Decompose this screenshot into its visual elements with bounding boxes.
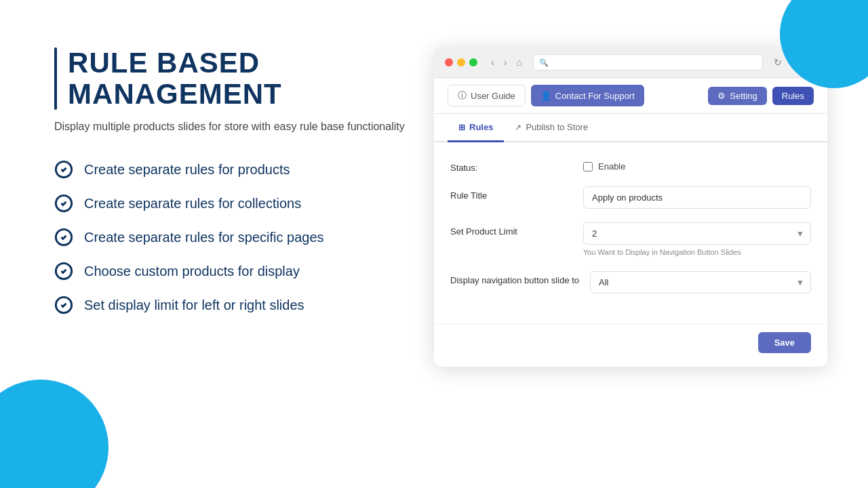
product-limit-label: Set Product Limit <box>450 222 572 237</box>
browser-chrome: ‹ › ⌂ 🔍 ↻ + ⤴ <box>434 47 827 78</box>
status-label: Status: <box>450 159 572 173</box>
nav-slide-label: Display navigation button slide to <box>450 271 579 285</box>
title-block: RULE BASED MANAGEMENT <box>54 47 407 110</box>
app-tabs: ⊞ Rules ↗ Publish to Store <box>434 114 827 142</box>
contact-icon: 👤 <box>540 91 551 101</box>
rule-title-control <box>583 186 811 209</box>
enable-checkbox-wrap: Enable <box>583 159 811 171</box>
nav-slide-select-wrap: All Left Right ▼ <box>590 271 811 293</box>
page-title: RULE BASED MANAGEMENT <box>68 47 407 110</box>
list-item: Create separate rules for products <box>54 160 407 179</box>
check-icon <box>54 262 73 281</box>
nav-forward-button[interactable]: › <box>501 56 510 69</box>
product-limit-help: You Want to Display in Navigation Button… <box>583 247 811 258</box>
check-icon <box>54 194 73 213</box>
check-icon <box>54 160 73 179</box>
app-topbar: ⓘ User Guide 👤 Contact For Support ⚙ Set… <box>434 78 827 114</box>
enable-checkbox[interactable] <box>583 162 593 171</box>
user-guide-button[interactable]: ⓘ User Guide <box>448 85 526 106</box>
rule-title-input[interactable] <box>583 186 811 209</box>
form-footer: Save <box>434 323 827 367</box>
rules-button[interactable]: Rules <box>772 87 814 105</box>
nav-slide-control: All Left Right ▼ <box>590 271 811 293</box>
status-control: Enable <box>583 159 811 171</box>
rule-title-label: Rule Title <box>450 186 572 201</box>
nav-slide-row: Display navigation button slide to All L… <box>450 271 811 293</box>
traffic-light-maximize[interactable] <box>469 58 477 66</box>
list-item: Set display limit for left or right slid… <box>54 296 407 314</box>
contact-support-button[interactable]: 👤 Contact For Support <box>531 85 644 106</box>
nav-back-button[interactable]: ‹ <box>488 56 497 69</box>
grid-icon: ⊞ <box>458 123 465 132</box>
left-panel: RULE BASED MANAGEMENT Display multiple p… <box>54 41 407 314</box>
check-icon <box>54 296 73 314</box>
enable-label[interactable]: Enable <box>598 161 625 171</box>
user-guide-icon: ⓘ <box>458 89 467 102</box>
topbar-right: ⚙ Setting Rules <box>708 87 814 105</box>
traffic-lights <box>445 58 477 66</box>
product-limit-select[interactable]: 2 3 4 5 <box>583 222 811 245</box>
tab-publish-to-store[interactable]: ↗ Publish to Store <box>504 114 599 142</box>
address-bar[interactable]: 🔍 <box>533 54 763 70</box>
product-limit-row: Set Product Limit 2 3 4 5 ▼ You Want to … <box>450 222 811 258</box>
app-form: Status: Enable Rule Title <box>434 142 827 321</box>
browser-nav: ‹ › ⌂ <box>488 56 525 69</box>
search-icon: 🔍 <box>539 58 549 67</box>
browser-window: ‹ › ⌂ 🔍 ↻ + ⤴ ⓘ User Guide <box>434 47 827 367</box>
rule-title-row: Rule Title <box>450 186 811 209</box>
nav-home-button[interactable]: ⌂ <box>513 56 524 69</box>
status-row: Status: Enable <box>450 159 811 173</box>
list-item: Create separate rules for collections <box>54 194 407 213</box>
page-subtitle: Display multiple products slides for sto… <box>54 121 407 133</box>
traffic-light-close[interactable] <box>445 58 453 66</box>
title-bar <box>54 47 57 110</box>
tab-rules[interactable]: ⊞ Rules <box>448 114 504 142</box>
list-item: Choose custom products for display <box>54 262 407 281</box>
nav-slide-select[interactable]: All Left Right <box>590 271 811 293</box>
setting-button[interactable]: ⚙ Setting <box>708 87 766 105</box>
product-limit-control: 2 3 4 5 ▼ You Want to Display in Navigat… <box>583 222 811 258</box>
app-content: ⓘ User Guide 👤 Contact For Support ⚙ Set… <box>434 78 827 367</box>
traffic-light-minimize[interactable] <box>457 58 465 66</box>
feature-list: Create separate rules for products Creat… <box>54 160 407 314</box>
refresh-button[interactable]: ↻ <box>771 56 785 69</box>
publish-icon: ↗ <box>515 123 521 132</box>
check-icon <box>54 228 73 247</box>
product-limit-select-wrap: 2 3 4 5 ▼ <box>583 222 811 245</box>
gear-icon: ⚙ <box>717 91 726 101</box>
list-item: Create separate rules for specific pages <box>54 228 407 247</box>
topbar-left: ⓘ User Guide 👤 Contact For Support <box>448 85 644 106</box>
save-button[interactable]: Save <box>758 332 811 353</box>
